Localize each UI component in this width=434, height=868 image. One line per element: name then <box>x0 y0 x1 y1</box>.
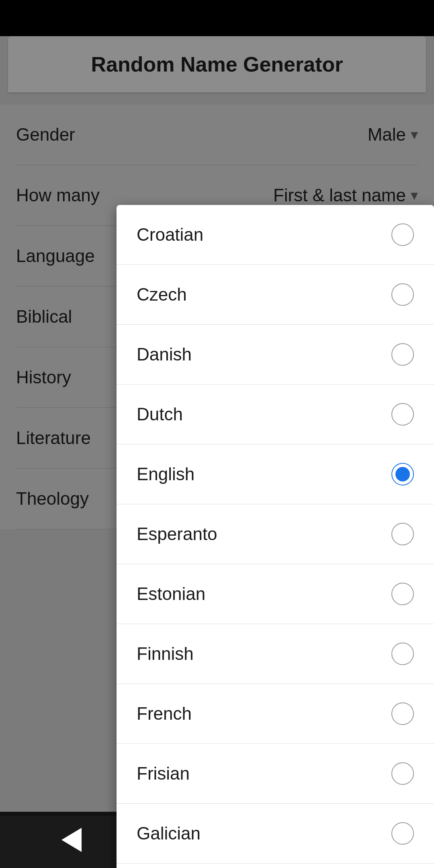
option-english[interactable]: English <box>117 444 434 504</box>
radio-english[interactable] <box>391 463 414 485</box>
option-label-frisian: Frisian <box>137 764 190 784</box>
option-croatian[interactable]: Croatian <box>117 205 434 265</box>
radio-french[interactable] <box>391 702 414 725</box>
back-icon <box>61 828 82 852</box>
option-finnish[interactable]: Finnish <box>117 624 434 684</box>
option-label-english: English <box>137 464 194 484</box>
option-french[interactable]: French <box>117 684 434 744</box>
option-label-czech: Czech <box>137 285 187 305</box>
option-frisian[interactable]: Frisian <box>117 744 434 804</box>
radio-inner-english <box>395 467 410 481</box>
radio-esperanto[interactable] <box>391 523 414 545</box>
option-label-estonian: Estonian <box>137 584 205 604</box>
radio-finnish[interactable] <box>391 643 414 665</box>
radio-danish[interactable] <box>391 343 414 366</box>
option-label-dutch: Dutch <box>137 404 183 424</box>
option-esperanto[interactable]: Esperanto <box>117 504 434 564</box>
option-label-danish: Danish <box>137 344 192 364</box>
radio-frisian[interactable] <box>391 762 414 785</box>
option-czech[interactable]: Czech <box>117 265 434 325</box>
radio-dutch[interactable] <box>391 403 414 426</box>
radio-galician[interactable] <box>391 822 414 845</box>
option-galician[interactable]: Galician <box>117 804 434 864</box>
option-label-esperanto: Esperanto <box>137 524 217 544</box>
option-label-french: French <box>137 704 192 724</box>
option-label-galician: Galician <box>137 823 201 843</box>
radio-czech[interactable] <box>391 283 414 306</box>
back-button[interactable] <box>61 828 82 852</box>
option-estonian[interactable]: Estonian <box>117 564 434 624</box>
option-danish[interactable]: Danish <box>117 325 434 385</box>
radio-croatian[interactable] <box>391 223 414 246</box>
option-georgian[interactable]: Georgian <box>117 864 434 868</box>
option-label-croatian: Croatian <box>137 225 203 245</box>
option-dutch[interactable]: Dutch <box>117 385 434 444</box>
status-bar <box>0 0 434 32</box>
app-container: Random Name Generator Gender Male ▾ How … <box>0 36 434 816</box>
language-dropdown-modal: CroatianCzechDanishDutchEnglishEsperanto… <box>117 205 434 868</box>
radio-estonian[interactable] <box>391 583 414 605</box>
option-label-finnish: Finnish <box>137 644 194 664</box>
